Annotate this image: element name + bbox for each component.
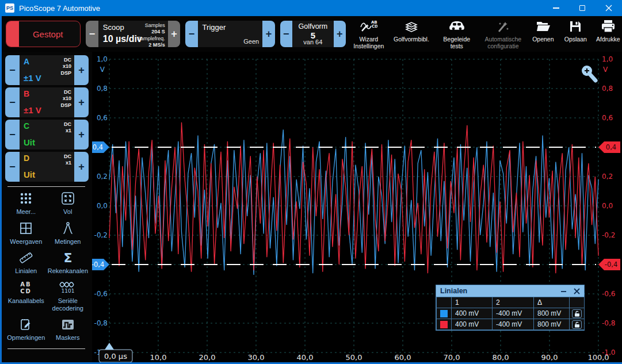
timebase-panel[interactable]: Scoop 10 µs/div Samples 204 S Samplefreq… <box>98 21 168 47</box>
print-icon <box>600 19 616 34</box>
axis-label: -0,2 <box>602 231 615 239</box>
sidebar-item-vol[interactable]: Vol <box>47 191 89 216</box>
minimize-icon <box>553 7 559 9</box>
unlock-icon <box>574 311 580 317</box>
timebase-title: Scoop <box>103 23 124 32</box>
ruler-b-lock-button[interactable] <box>572 320 582 329</box>
channel-d-info: DC x1 <box>64 154 71 167</box>
sidebar-item-opmerkingen[interactable]: Opmerkingen <box>5 317 47 342</box>
channel-b-body[interactable]: B ±1 V DC x10 DSP <box>20 87 74 117</box>
app-window: PS PicoScope 7 Automotive Gestopt − Scoo… <box>0 0 622 364</box>
trigger-increase-button[interactable]: + <box>262 21 274 47</box>
rulers-panel-titlebar[interactable]: Linialen <box>436 285 584 297</box>
sidebar-tools: Meer... Vol <box>5 191 89 342</box>
serial-decoding-icon: 1101 <box>59 280 77 295</box>
axis-label: 60,0 <box>395 353 411 362</box>
rulers-panel-minimize-icon[interactable] <box>560 288 567 294</box>
rulers-panel-close-icon[interactable] <box>574 288 580 294</box>
timebase-increase-button[interactable]: + <box>168 21 180 47</box>
rulers-panel-title: Linialen <box>440 287 467 295</box>
maximize-button[interactable] <box>569 0 596 16</box>
sidebar-item-linialen[interactable]: Linialen <box>5 250 47 275</box>
axis-label: 0,2 <box>602 173 613 181</box>
waveform-library-icon <box>404 19 419 34</box>
axis-label: 0,8 <box>97 85 108 93</box>
trigger-marker-icon[interactable] <box>105 343 114 350</box>
sidebar-item-kanaallabels[interactable]: AB CD Kanaallabels <box>5 280 47 312</box>
close-button[interactable] <box>596 0 622 16</box>
axis-label: 40,0 <box>297 353 314 362</box>
channel-b-range: ±1 V <box>24 105 41 115</box>
axis-label: 0,4 <box>606 143 616 151</box>
sidebar-divider-top <box>7 186 85 187</box>
trigger-mode: Geen <box>243 38 259 45</box>
timebase-info: Samples 204 S Samplefreq. 2 MS/s <box>137 22 165 47</box>
close-icon <box>605 5 612 12</box>
open-button[interactable]: Openen <box>529 18 557 50</box>
ruler-b-value-1: 400 mV <box>452 319 493 330</box>
run-stop-stripe <box>6 21 19 47</box>
channel-a-decrease-button[interactable]: − <box>5 55 20 85</box>
channel-b-decrease-button[interactable]: − <box>5 87 20 117</box>
sidebar-item-rekenkanalen-label: Rekenkanalen <box>48 267 88 275</box>
wizard-settings-icon: AB CD <box>360 19 377 34</box>
channel-labels-icon: AB CD <box>18 280 33 295</box>
sidebar-item-maskers[interactable]: Maskers <box>47 317 89 342</box>
axis-label: -0,4 <box>605 260 617 269</box>
rulers-col-1: 1 <box>452 297 493 308</box>
ruler-a-lock-button[interactable] <box>572 309 582 318</box>
axis-label: -0,4 <box>92 260 104 269</box>
channel-c-increase-button[interactable]: + <box>74 120 89 150</box>
wizard-settings-button[interactable]: AB CD Wizard Instellingen <box>351 18 386 50</box>
channel-b-info: DC x10 DSP <box>60 89 71 109</box>
channel-b-increase-button[interactable]: + <box>74 87 89 117</box>
waveform-nav-title: Golfvorm <box>292 22 334 30</box>
auto-configuration-button[interactable]: Automatische configuratie <box>482 18 524 50</box>
run-stop-button[interactable]: Gestopt <box>6 21 81 47</box>
axis-label: 0,6 <box>602 114 613 122</box>
app-icon: PS <box>5 3 14 13</box>
scope-display[interactable]: 0,40,4-0,4-0,41,01,0VV0,80,80,60,60,20,2… <box>92 52 622 364</box>
timebase-decrease-button[interactable]: − <box>86 21 98 47</box>
save-button[interactable]: Opslaan <box>562 18 589 50</box>
waveform-nav-panel[interactable]: Golfvorm 5 van 64 <box>292 21 334 47</box>
sidebar-item-meer[interactable]: Meer... <box>5 191 47 216</box>
waveform-library-button[interactable]: Golfvormbibl. <box>392 18 432 50</box>
print-button[interactable]: Afdrukke <box>594 18 622 50</box>
trigger-decrease-button[interactable]: − <box>185 21 197 47</box>
channel-a-dsp: DSP <box>60 70 71 76</box>
sidebar-item-rekenkanalen[interactable]: Σ Rekenkanalen <box>47 250 89 275</box>
channel-b-letter: B <box>24 89 29 98</box>
maximize-icon <box>579 5 585 11</box>
waveform-prev-button[interactable]: − <box>280 21 292 47</box>
channel-a-increase-button[interactable]: + <box>74 55 89 85</box>
channel-c-panel: − C Uit DC x1 + <box>5 120 89 150</box>
axis-label: 0,0 <box>97 202 108 210</box>
channel-c-range: Uit <box>24 137 35 147</box>
channel-a-body[interactable]: A ±1 V DC x10 DSP <box>20 55 74 85</box>
trigger-title: Trigger <box>203 23 226 32</box>
zoom-overview-button[interactable] <box>579 63 598 84</box>
fullscreen-icon <box>60 191 75 206</box>
sidebar-item-seriele-decodering[interactable]: 1101 Seriële decodering <box>47 280 89 312</box>
trigger-panel[interactable]: Trigger Geen <box>198 21 263 47</box>
axis-label: -0,8 <box>94 319 108 327</box>
sidebar-item-metingen[interactable]: Metingen <box>47 221 89 246</box>
channel-d-body[interactable]: D Uit DC x1 <box>20 152 74 182</box>
channel-d-increase-button[interactable]: + <box>74 152 89 182</box>
waveform-next-button[interactable]: + <box>334 21 346 47</box>
guided-tests-icon <box>449 19 465 34</box>
svg-text:Σ: Σ <box>63 251 72 265</box>
sidebar-item-linialen-sidebar-label-wrap: Metingen <box>55 238 81 246</box>
minimize-button[interactable] <box>543 0 569 16</box>
sidebar-item-opmerkingen-label: Opmerkingen <box>7 334 45 342</box>
channel-d-decrease-button[interactable]: − <box>5 152 20 182</box>
guided-tests-button[interactable]: Begeleide tests <box>436 18 477 50</box>
channel-c-body[interactable]: C Uit DC x1 <box>20 120 74 150</box>
calipers-icon <box>60 221 75 236</box>
sidebar-item-weergaven[interactable]: Weergaven <box>5 221 47 246</box>
channel-b-probe: x10 <box>60 95 71 102</box>
channel-c-decrease-button[interactable]: − <box>5 120 20 150</box>
rulers-panel[interactable]: Linialen 1 2 Δ <box>436 285 585 331</box>
axis-label: 20,0 <box>199 353 216 362</box>
